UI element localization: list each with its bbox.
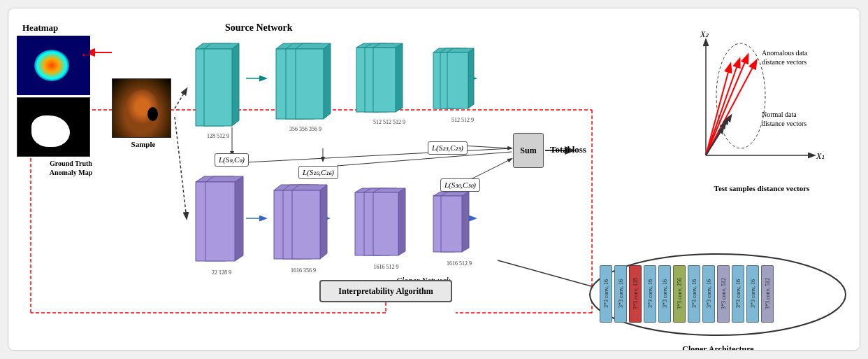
source-network-label: Source Network xyxy=(225,22,293,34)
anomalous-label: Anomalous datadistance vectors xyxy=(762,48,807,66)
conv-block-8: 3*3 conv, 16 xyxy=(702,265,715,323)
src-num-1: 128 512 9 xyxy=(190,133,246,139)
sample-hole xyxy=(147,107,158,121)
conv-label-8: 3*3 conv, 16 xyxy=(706,279,712,308)
svg-rect-72 xyxy=(292,190,320,259)
src-group-4: 512 512 9 xyxy=(428,47,498,123)
svg-marker-38 xyxy=(324,43,331,119)
conv-label-12: 3*3 conv, 512 xyxy=(765,278,771,309)
conv-block-9: 3*3 conv, 512 xyxy=(717,265,730,323)
svg-marker-86 xyxy=(462,192,469,252)
svg-marker-71 xyxy=(320,185,327,259)
svg-line-1 xyxy=(175,89,187,108)
conv-label-4: 3*3 conv, 16 xyxy=(647,279,653,308)
conv-blocks-container: 3*3 conv, 16 3*3 conv, 16 3*3 conv, 128 … xyxy=(600,265,774,323)
svg-rect-57 xyxy=(447,52,468,108)
loss-label-l1: L(S₉,C₉) xyxy=(215,153,249,167)
total-loss-label: Total loss xyxy=(550,144,586,155)
src-group-1: 128 512 9 xyxy=(190,42,246,139)
conv-block-3: 3*3 conv, 128 xyxy=(629,265,642,323)
ground-truth-blob xyxy=(31,115,70,147)
main-diagram: Heatmap Ground Truth Anomaly Map ← Sampl… xyxy=(8,8,860,351)
conv-label-9: 3*3 conv, 512 xyxy=(721,278,727,309)
svg-marker-29 xyxy=(232,43,239,126)
red-arrow-left: ← xyxy=(80,48,92,62)
cloner-arch-label: Cloner Architecture xyxy=(682,344,753,351)
svg-marker-62 xyxy=(235,176,243,261)
src-num-3: 512 512 512 9 xyxy=(351,119,428,125)
clone-group-3: 1616 512 9 xyxy=(349,187,423,270)
svg-line-16 xyxy=(337,152,512,166)
conv-label-6: 3*3 conv, 256 xyxy=(677,278,683,309)
heatmap-label: Heatmap xyxy=(22,22,125,34)
loss-label-l3: L(S₂₃,C₂₃) xyxy=(428,141,468,155)
sample-inner xyxy=(126,90,158,125)
svg-point-92 xyxy=(716,43,765,148)
conv-label-1: 3*3 conv, 16 xyxy=(603,279,609,308)
svg-rect-39 xyxy=(296,49,324,119)
clone-num-2: 1616 356 9 xyxy=(268,267,338,274)
interpretability-box: Interpretability Algorithm xyxy=(319,280,452,302)
svg-rect-63 xyxy=(205,182,235,261)
conv-label-3: 3*3 conv, 128 xyxy=(632,278,639,309)
clone-num-1: 22 128 9 xyxy=(190,269,253,276)
loss-label-l2: L(S₁₀,C₁₆) xyxy=(298,166,338,179)
conv-block-11: 3*3 conv, 16 xyxy=(746,265,759,323)
src-group-3: 512 512 512 9 xyxy=(351,42,428,125)
conv-block-7: 3*3 conv, 16 xyxy=(688,265,700,323)
svg-rect-30 xyxy=(204,49,232,126)
conv-label-2: 3*3 conv, 16 xyxy=(618,279,624,308)
src-group-2: 356 356 356 9 xyxy=(270,42,340,132)
svg-line-14 xyxy=(470,159,512,180)
ground-truth-image xyxy=(17,97,90,157)
svg-marker-56 xyxy=(468,48,474,108)
conv-block-12: 3*3 conv, 512 xyxy=(761,265,774,323)
heatmap-blob xyxy=(34,50,69,81)
sum-box: Sum xyxy=(513,133,544,168)
loss-label-l4: L(S₃₀,C₃₀) xyxy=(440,178,480,192)
conv-label-11: 3*3 conv, 16 xyxy=(750,279,756,308)
sample-image xyxy=(112,78,171,138)
clone-group-1: 22 128 9 xyxy=(190,175,253,276)
svg-text:X₁: X₁ xyxy=(816,151,825,161)
conv-block-10: 3*3 conv, 16 xyxy=(732,265,744,323)
sample-label: Sample xyxy=(112,140,175,148)
svg-line-94 xyxy=(706,59,739,155)
clone-group-2: 1616 356 9 xyxy=(268,183,338,274)
ground-truth-label: Ground Truth Anomaly Map xyxy=(17,159,125,177)
conv-block-1: 3*3 conv, 16 xyxy=(600,265,612,323)
conv-label-10: 3*3 conv, 16 xyxy=(735,279,742,308)
svg-line-96 xyxy=(706,61,756,155)
src-num-2: 356 356 356 9 xyxy=(270,126,340,132)
svg-rect-87 xyxy=(441,196,462,252)
conv-block-6: 3*3 conv, 256 xyxy=(673,265,686,323)
vectors-section: X₁ X₂ Anomalous datadistance vectors Nor… xyxy=(685,26,839,215)
svg-marker-80 xyxy=(398,188,405,255)
heatmap-section: Heatmap Ground Truth Anomaly Map xyxy=(17,22,125,177)
svg-marker-47 xyxy=(396,43,403,112)
src-num-4: 512 512 9 xyxy=(428,117,498,123)
svg-line-18 xyxy=(498,260,599,288)
vectors-title: Test samples distance vectors xyxy=(685,184,839,192)
normal-label: Normal datadistance vectors xyxy=(762,110,806,128)
svg-rect-81 xyxy=(373,192,398,255)
svg-text:X₂: X₂ xyxy=(700,29,709,39)
clone-num-3: 1616 512 9 xyxy=(349,264,423,270)
clone-num-4: 1616 512 9 xyxy=(428,260,491,267)
cloner-architecture-section: 3*3 conv, 16 3*3 conv, 16 3*3 conv, 128 … xyxy=(587,250,849,339)
sample-section: Sample xyxy=(112,78,175,148)
svg-line-15 xyxy=(246,148,512,162)
clone-group-4: 1616 512 9 xyxy=(428,190,491,267)
svg-line-2 xyxy=(175,117,187,218)
interpretability-label: Interpretability Algorithm xyxy=(338,286,433,297)
conv-block-2: 3*3 conv, 16 xyxy=(614,265,627,323)
svg-rect-48 xyxy=(373,48,396,112)
conv-label-5: 3*3 conv, 16 xyxy=(662,279,668,308)
svg-line-95 xyxy=(706,55,748,155)
conv-block-4: 3*3 conv, 16 xyxy=(644,265,656,323)
conv-block-5: 3*3 conv, 16 xyxy=(658,265,671,323)
conv-label-7: 3*3 conv, 16 xyxy=(691,279,697,308)
